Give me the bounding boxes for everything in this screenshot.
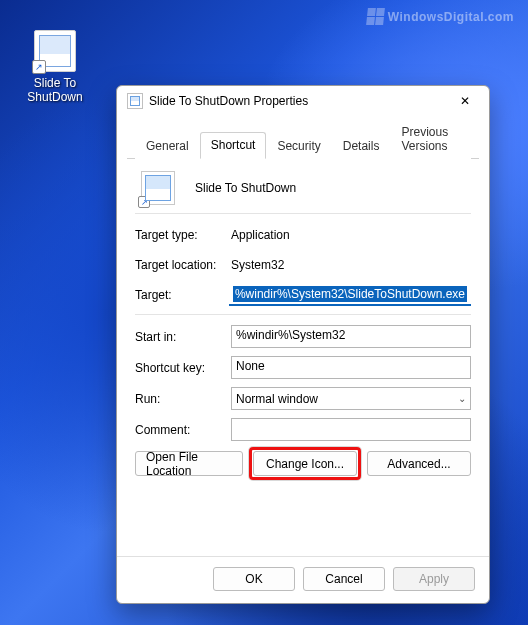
open-file-location-button[interactable]: Open File Location	[135, 451, 243, 476]
divider	[135, 213, 471, 214]
tab-shortcut[interactable]: Shortcut	[200, 132, 267, 159]
shortcut-arrow-icon: ↗	[138, 196, 150, 208]
shortcutkey-field[interactable]: None	[231, 356, 471, 379]
tab-previous-versions[interactable]: Previous Versions	[390, 119, 471, 159]
target-value-selected: %windir%\System32\SlideToShutDown.exe	[233, 286, 467, 302]
shortcut-file-icon: ↗	[34, 30, 76, 72]
close-icon: ✕	[460, 94, 470, 108]
startin-field[interactable]: %windir%\System32	[231, 325, 471, 348]
chevron-down-icon: ⌄	[458, 393, 466, 404]
titlebar[interactable]: Slide To ShutDown Properties ✕	[117, 86, 489, 116]
tab-body-shortcut: ↗ Slide To ShutDown Target type: Applica…	[117, 159, 489, 556]
target-field[interactable]: %windir%\System32\SlideToShutDown.exe	[229, 284, 471, 306]
tab-strip: General Shortcut Security Details Previo…	[127, 118, 479, 159]
shortcut-large-icon: ↗	[141, 171, 175, 205]
startin-value: %windir%\System32	[236, 328, 345, 342]
shortcutkey-label: Shortcut key:	[135, 361, 231, 375]
comment-field[interactable]	[231, 418, 471, 441]
target-location-value: System32	[231, 258, 284, 272]
advanced-button[interactable]: Advanced...	[367, 451, 471, 476]
startin-label: Start in:	[135, 330, 231, 344]
tab-security[interactable]: Security	[266, 133, 331, 159]
target-type-label: Target type:	[135, 228, 231, 242]
dialog-footer: OK Cancel Apply	[117, 556, 489, 603]
shortcutkey-value: None	[236, 359, 265, 373]
target-label: Target:	[135, 288, 229, 302]
target-location-label: Target location:	[135, 258, 231, 272]
watermark: WindowsDigital.com	[367, 8, 514, 25]
shortcut-name: Slide To ShutDown	[195, 181, 296, 195]
properties-window: Slide To ShutDown Properties ✕ General S…	[116, 85, 490, 604]
run-label: Run:	[135, 392, 231, 406]
divider	[135, 314, 471, 315]
comment-label: Comment:	[135, 423, 231, 437]
close-button[interactable]: ✕	[447, 89, 483, 113]
windows-logo-icon	[366, 8, 385, 25]
desktop-background: WindowsDigital.com ↗ Slide To ShutDown S…	[0, 0, 528, 625]
watermark-text: WindowsDigital.com	[388, 10, 514, 24]
desktop-shortcut-slide-to-shutdown[interactable]: ↗ Slide To ShutDown	[18, 30, 92, 104]
target-type-value: Application	[231, 228, 290, 242]
run-dropdown[interactable]: Normal window ⌄	[231, 387, 471, 410]
tab-details[interactable]: Details	[332, 133, 391, 159]
cancel-button[interactable]: Cancel	[303, 567, 385, 591]
window-icon	[127, 93, 143, 109]
apply-button[interactable]: Apply	[393, 567, 475, 591]
window-title: Slide To ShutDown Properties	[149, 94, 447, 108]
shortcut-arrow-icon: ↗	[32, 60, 46, 74]
tab-general[interactable]: General	[135, 133, 200, 159]
desktop-shortcut-label: Slide To ShutDown	[27, 76, 82, 104]
change-icon-button[interactable]: Change Icon...	[253, 451, 357, 476]
ok-button[interactable]: OK	[213, 567, 295, 591]
run-value: Normal window	[236, 392, 318, 406]
